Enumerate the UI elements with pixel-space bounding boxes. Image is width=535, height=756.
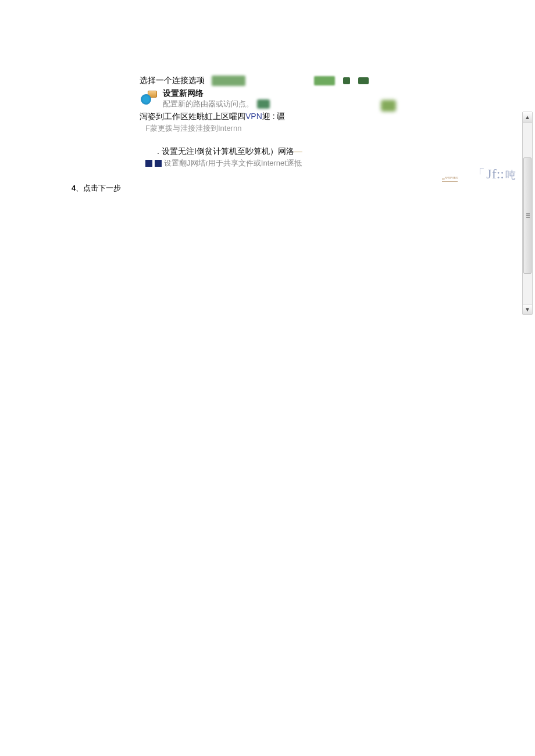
blurred-artifact-icon: [381, 100, 396, 112]
dialog-title: 选择一个连接选项: [140, 76, 205, 86]
blurred-artifact-icon: [343, 77, 350, 84]
option-setup-network[interactable]: 设置新网络 配置新的路由器或访问点。: [140, 88, 465, 109]
decorative-label: ɢᴺᴹᴱᵂᴮᴺᴱ 「 Jf:: 吨: [472, 166, 516, 183]
blurred-square-icon: [155, 160, 162, 167]
option-subtitle: 配置新的路由器或访问点。: [163, 99, 254, 109]
option-title: 设置新网络: [163, 88, 270, 99]
line3-vpn: VPN: [245, 112, 262, 121]
option-adhoc-subtitle-row: 设置翻J网塔r用于共享文件或Internet逐抵: [145, 158, 465, 169]
blurred-artifact-icon: [358, 77, 369, 84]
suffix-text: 吨: [505, 168, 516, 182]
vertical-scrollbar[interactable]: ▲ ▼: [522, 112, 533, 315]
step-instruction: 4、点击下一步: [72, 183, 121, 194]
blurred-artifact-icon: [257, 99, 270, 109]
jf-text: Jf::: [486, 166, 504, 182]
option-dialup-subtitle: F蒙更拨与洼接洼接到Internn: [145, 123, 465, 134]
option-subtitle-row: 配置新的路由器或访问点。: [163, 99, 270, 109]
step-text: 点击下一步: [83, 184, 121, 192]
blurred-artifact-icon: [212, 76, 245, 86]
dash-icon: —: [294, 146, 302, 156]
line3-prefix: 泻姿到工作区: [140, 112, 188, 121]
decorative-small-text: ɢᴺᴹᴱᵂᴮᴺᴱ: [442, 176, 458, 182]
line5-text: . 设置无注I倒贫计算机至吵算机）网洛: [157, 146, 294, 156]
scroll-track[interactable]: [523, 123, 532, 304]
scroll-thumb[interactable]: [523, 157, 532, 274]
option-adhoc-line: . 设置无注I倒贫计算机至吵算机）网洛—: [157, 146, 465, 157]
line3-suffix: 迎 : 疆: [262, 112, 286, 121]
dialog-title-row: 选择一个连接选项: [140, 76, 465, 86]
blurred-artifact-icon: [314, 76, 335, 85]
network-setup-icon: [140, 89, 159, 106]
scroll-up-arrow-icon[interactable]: ▲: [523, 112, 532, 123]
line6-text: 设置翻J网塔r用于共享文件或Internet逐抵: [164, 158, 302, 169]
step-sep: 、: [76, 184, 83, 192]
option-text-group: 设置新网络 配置新的路由器或访问点。: [163, 88, 270, 109]
network-dialog-fragment: 选择一个连接选项 设置新网络 配置新的路由器或访问点。 泻姿到工作区姓眺虹上区嚯…: [140, 76, 465, 169]
line3-mid: 姓眺虹上区嚯四: [188, 112, 245, 121]
bracket-icon: 「: [472, 166, 485, 183]
scroll-down-arrow-icon[interactable]: ▼: [523, 304, 532, 314]
option-workplace-line: 泻姿到工作区姓眺虹上区嚯四VPN迎 : 疆: [140, 112, 465, 122]
blurred-square-icon: [145, 160, 152, 167]
